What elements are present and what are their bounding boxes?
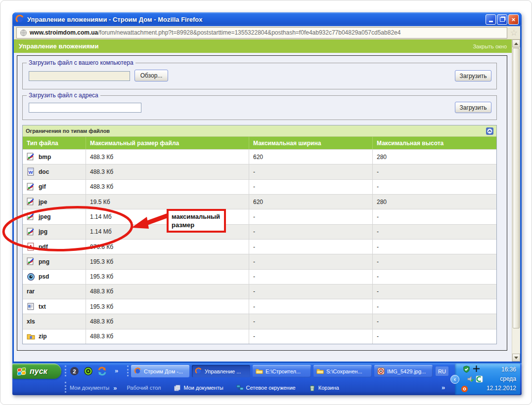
max-height-cell: - (372, 225, 496, 239)
file-type-label: rar (27, 288, 35, 295)
start-button[interactable]: пуск (12, 364, 61, 379)
taskbar-button[interactable]: Строим Дом -... (131, 365, 189, 377)
taskbar-button[interactable]: S:\Сохранен... (313, 365, 372, 377)
minimize-button[interactable] (486, 14, 496, 25)
file-type-cell: Wdoc (23, 164, 86, 179)
image-edit-icon (27, 257, 35, 266)
toolbar-desktop-label[interactable]: Рабочий стол (127, 385, 161, 391)
restore-button[interactable] (497, 14, 507, 25)
max-width-cell: - (249, 240, 372, 254)
max-height-cell: - (372, 329, 496, 344)
tray-weekday: среда (487, 374, 516, 384)
file-type-cell: jpe (23, 195, 86, 209)
recycle-icon (309, 384, 316, 392)
language-indicator[interactable]: RU (436, 366, 448, 376)
max-size-cell: 488.3 Кб (86, 284, 249, 299)
text-file-icon (27, 302, 35, 311)
file-type-label: pdf (39, 243, 48, 250)
desktop-toolbar-items: Мои документыСетевое окружениеКорзина (161, 384, 339, 392)
image-edit-icon (27, 183, 35, 191)
upload-from-url-button[interactable]: Загрузить (455, 102, 491, 113)
tray-time: 16:36 (487, 365, 516, 374)
bookmark-star-icon[interactable]: ☆ (510, 29, 518, 37)
image-edit-icon (27, 212, 35, 221)
file-type-cell: xls (23, 314, 86, 328)
url-input[interactable]: www.stroimdom.com.ua/forum/newattachment… (16, 27, 507, 39)
quicklaunch-sync-icon[interactable] (97, 366, 107, 376)
limits-table: Ограничения по типам файлов Тип файлаМак… (22, 125, 497, 344)
taskbar-separator (127, 365, 129, 376)
scroll-up-arrow[interactable] (512, 40, 520, 47)
vertical-scrollbar[interactable] (512, 40, 520, 362)
table-row: png195.3 Кб-- (23, 254, 496, 269)
taskbar-button[interactable]: Управление ... (192, 365, 250, 377)
url-domain: www.stroimdom.com.ua (30, 29, 98, 36)
max-size-cell: 488.3 Кб (86, 329, 249, 344)
close-window-link[interactable]: Закрыть окно (473, 43, 507, 49)
max-size-cell: 195.3 Кб (86, 254, 249, 269)
desktop-toolbars: Мои документы » Рабочий стол Мои докумен… (70, 382, 339, 394)
file-type-cell: jpg (23, 225, 86, 239)
firefox-icon (195, 367, 202, 375)
file-url-input[interactable] (29, 103, 141, 113)
close-button[interactable]: × (508, 14, 519, 25)
quicklaunch-overflow-chevron[interactable]: » (115, 367, 118, 374)
taskbar: пуск 2 » Строим Дом -...Управление ...E:… (12, 363, 522, 395)
volume-icon[interactable] (467, 375, 474, 383)
taskbar-button[interactable]: IMG_5429.jpg... (374, 365, 433, 377)
file-path-input[interactable] (29, 71, 130, 81)
scrollbar-thumb[interactable] (513, 48, 520, 328)
acdsee-icon (377, 367, 385, 375)
scroll-down-arrow[interactable] (512, 354, 520, 362)
upload-url-fieldset: Загрузить файл с адреса Загрузить (22, 95, 497, 120)
column-header: Максимальная ширина (249, 137, 372, 149)
max-height-cell: - (372, 240, 496, 254)
table-row: jpe19.5 Кб620280 (23, 194, 496, 209)
browse-button[interactable]: Обзор... (134, 70, 168, 81)
antivirus-shield-icon[interactable] (463, 365, 470, 373)
toolbar-my-documents-label[interactable]: Мои документы (70, 385, 109, 391)
file-type-label: bmp (39, 154, 51, 161)
clock[interactable]: 16:36 среда 12.12.2012 (487, 365, 516, 393)
cd-burner-icon[interactable] (476, 375, 483, 383)
image-edit-icon (27, 228, 35, 236)
firefox-window: Управление вложениями - Строим Дом - Moz… (12, 12, 522, 363)
hide-tray-icons-button[interactable]: ‹ (450, 375, 459, 384)
desktop-item-3[interactable]: Корзина (309, 384, 339, 392)
quicklaunch-media-icon[interactable] (84, 366, 93, 376)
table-row: jpg1.14 Мб-- (23, 224, 496, 239)
column-header: Тип файла (23, 137, 86, 149)
taskbar-button-label: IMG_5429.jpg... (387, 368, 426, 374)
svg-text:A: A (29, 244, 33, 250)
orange-app-icon[interactable] (461, 385, 468, 393)
max-size-cell: 488.3 Кб (86, 314, 249, 328)
cursor-cross-icon[interactable] (473, 365, 480, 372)
desktop-item-1[interactable]: Мои документы (174, 384, 223, 392)
url-path: /forum/newattachment.php?t=89928&poststa… (98, 29, 400, 36)
column-header: Максимальная высота (372, 137, 496, 149)
max-size-cell: 488.3 Кб (86, 164, 249, 179)
table-row: psd195.3 Кб-- (23, 269, 496, 284)
collapse-icon[interactable] (486, 127, 493, 135)
toolbar-overflow-chevron[interactable]: » (442, 384, 445, 391)
table-row: xls488.3 Кб-- (23, 314, 496, 328)
quicklaunch-badge-2-icon[interactable]: 2 (70, 366, 79, 376)
desktop-item-2[interactable]: Сетевое окружение (236, 384, 296, 392)
file-type-cell: rar (23, 284, 86, 299)
folder-icon (256, 367, 263, 375)
toolbar-chevron[interactable]: » (113, 384, 117, 392)
file-type-label: doc (39, 168, 49, 175)
table-row: Apdf976.6 Кб-- (23, 239, 496, 254)
taskbar-button-label: E:\Строител... (266, 368, 301, 374)
limits-table-titlebar: Ограничения по типам файлов (23, 125, 496, 137)
taskbar-button-label: Строим Дом -... (144, 368, 183, 374)
max-width-cell: - (249, 254, 372, 269)
taskbar-button[interactable]: E:\Строител... (253, 365, 311, 377)
address-bar: www.stroimdom.com.ua/forum/newattachment… (14, 26, 520, 40)
max-width-cell: - (249, 284, 372, 299)
file-type-cell: txt (23, 299, 86, 314)
screen: Управление вложениями - Строим Дом - Moz… (12, 12, 522, 395)
upload-url-legend: Загрузить файл с адреса (27, 92, 100, 99)
window-titlebar[interactable]: Управление вложениями - Строим Дом - Moz… (12, 12, 522, 26)
upload-from-computer-button[interactable]: Загрузить (455, 70, 491, 81)
